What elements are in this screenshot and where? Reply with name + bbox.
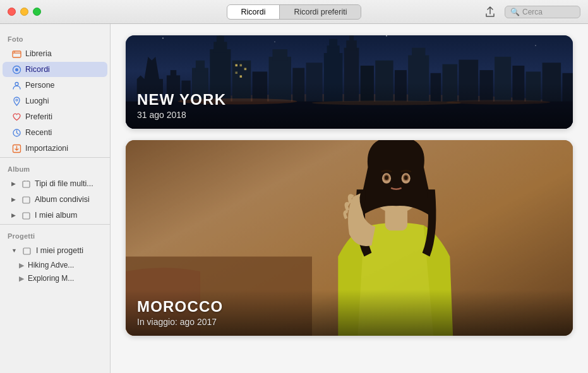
- hiking-icon: ▶: [19, 261, 24, 269]
- importazioni-label: Importazioni: [25, 144, 68, 153]
- search-icon: 🔍: [510, 8, 520, 16]
- sidebar-item-tipi-file[interactable]: ▶ Tipi di file multi...: [3, 176, 107, 191]
- svg-rect-51: [412, 48, 425, 59]
- svg-rect-29: [219, 35, 222, 38]
- svg-rect-10: [23, 213, 30, 219]
- sidebar-section-progetti: Progetti: [0, 226, 110, 242]
- tipi-file-icon: [21, 179, 31, 189]
- sidebar-item-ricordi[interactable]: Ricordi: [3, 62, 107, 77]
- newyork-date: 31 ago 2018: [137, 110, 561, 120]
- recenti-icon: [11, 127, 21, 138]
- svg-rect-25: [196, 61, 205, 72]
- content-area: NEW YORK 31 ago 2018: [111, 24, 588, 373]
- sidebar: Foto Libreria Ricordi: [0, 24, 111, 373]
- tab-group: Ricordi Ricordi preferiti: [227, 4, 362, 20]
- preferiti-label: Preferiti: [25, 112, 52, 121]
- ricordi-label: Ricordi: [25, 65, 50, 74]
- main-container: Foto Libreria Ricordi: [0, 24, 588, 373]
- newyork-overlay: NEW YORK 31 ago 2018: [126, 83, 573, 129]
- minimize-button[interactable]: [20, 8, 28, 16]
- tipi-file-label: Tipi di file multi...: [35, 179, 93, 188]
- sidebar-item-album-condivisi[interactable]: ▶ Album condivisi: [3, 192, 107, 207]
- luoghi-icon: [11, 96, 21, 106]
- miei-album-label: I miei album: [35, 211, 77, 220]
- search-box[interactable]: 🔍 Cerca: [505, 6, 580, 18]
- libreria-label: Libreria: [25, 49, 52, 58]
- sidebar-item-libreria[interactable]: Libreria: [3, 46, 107, 61]
- preferiti-icon: [11, 112, 21, 122]
- svg-rect-22: [171, 70, 176, 78]
- importazioni-icon: [11, 143, 21, 153]
- sidebar-item-preferiti[interactable]: Preferiti: [3, 109, 107, 124]
- svg-point-4: [15, 82, 18, 85]
- expand-miei-album-icon: ▶: [11, 212, 16, 218]
- sidebar-item-miei-album[interactable]: ▶ I miei album: [3, 208, 107, 223]
- svg-point-18: [535, 45, 536, 46]
- morocco-date: In viaggio: ago 2017: [137, 317, 561, 327]
- memory-card-newyork[interactable]: NEW YORK 31 ago 2018: [126, 35, 573, 129]
- svg-rect-33: [244, 68, 247, 71]
- titlebar-actions: 🔍 Cerca: [483, 5, 580, 19]
- exploring-icon: ▶: [19, 275, 24, 283]
- sidebar-subitem-exploring[interactable]: ▶ Exploring M...: [3, 272, 107, 285]
- hiking-label: Hiking Adve...: [28, 261, 74, 269]
- svg-point-13: [162, 37, 164, 38]
- svg-point-1: [14, 51, 15, 52]
- sidebar-item-luoghi[interactable]: Luoghi: [3, 93, 107, 109]
- memory-card-morocco[interactable]: MOROCCO In viaggio: ago 2017: [126, 140, 573, 336]
- svg-rect-0: [13, 51, 21, 57]
- sidebar-section-album: Album: [0, 159, 110, 175]
- sidebar-subitem-hiking[interactable]: ▶ Hiking Adve...: [3, 259, 107, 271]
- svg-rect-11: [23, 248, 30, 254]
- search-placeholder: Cerca: [522, 8, 543, 16]
- album-condivisi-label: Album condivisi: [35, 195, 90, 204]
- svg-point-3: [15, 68, 18, 71]
- titlebar: Ricordi Ricordi preferiti 🔍 Cerca: [0, 0, 588, 24]
- traffic-lights: [8, 8, 41, 16]
- expand-progetti-icon: ▼: [11, 247, 17, 254]
- libreria-icon: [11, 49, 21, 59]
- tab-ricordi-preferiti[interactable]: Ricordi preferiti: [280, 5, 361, 19]
- share-button[interactable]: [483, 5, 497, 19]
- sidebar-item-persone[interactable]: Persone: [3, 78, 107, 93]
- svg-rect-9: [23, 197, 30, 203]
- exploring-label: Exploring M...: [28, 274, 74, 283]
- recenti-label: Recenti: [25, 128, 52, 137]
- svg-rect-43: [329, 39, 337, 48]
- morocco-overlay: MOROCCO In viaggio: ago 2017: [126, 290, 573, 336]
- miei-album-icon: [21, 210, 31, 220]
- svg-rect-31: [235, 64, 237, 67]
- svg-rect-46: [349, 35, 354, 44]
- luoghi-label: Luoghi: [25, 97, 49, 105]
- expand-tipi-file-icon: ▶: [11, 181, 16, 187]
- miei-progetti-icon: [22, 246, 32, 256]
- tab-ricordi[interactable]: Ricordi: [227, 5, 280, 19]
- svg-point-15: [274, 41, 275, 42]
- svg-point-5: [16, 99, 18, 101]
- svg-rect-35: [240, 75, 243, 78]
- close-button[interactable]: [8, 8, 16, 16]
- svg-point-75: [404, 175, 408, 180]
- morocco-title: MOROCCO: [137, 299, 561, 315]
- sidebar-item-miei-progetti[interactable]: ▼ I miei progetti: [3, 243, 107, 258]
- sidebar-item-importazioni[interactable]: Importazioni: [3, 141, 107, 156]
- maximize-button[interactable]: [33, 8, 41, 16]
- svg-rect-38: [272, 49, 287, 61]
- svg-rect-34: [235, 71, 237, 74]
- ricordi-icon: [11, 64, 21, 74]
- album-condivisi-icon: [21, 194, 31, 204]
- sidebar-section-foto: Foto: [0, 29, 110, 45]
- svg-rect-8: [23, 181, 30, 187]
- expand-album-condivisi-icon: ▶: [11, 196, 16, 203]
- svg-rect-32: [240, 64, 243, 67]
- sidebar-item-recenti[interactable]: Recenti: [3, 125, 107, 140]
- miei-progetti-label: I miei progetti: [36, 246, 83, 255]
- newyork-title: NEW YORK: [137, 92, 561, 108]
- persone-icon: [11, 80, 21, 90]
- persone-label: Persone: [25, 81, 55, 90]
- svg-point-74: [385, 175, 388, 180]
